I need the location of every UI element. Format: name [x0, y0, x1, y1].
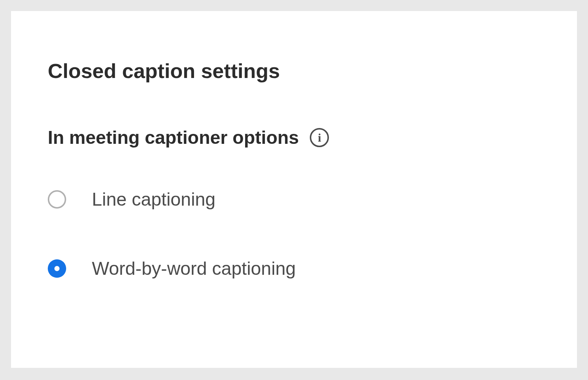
captioner-options-radio-group: Line captioning Word-by-word captioning: [48, 189, 540, 279]
radio-indicator-unchecked-icon: [48, 190, 66, 209]
captioner-options-heading-row: In meeting captioner options i: [48, 127, 540, 148]
settings-heading: Closed caption settings: [48, 59, 540, 83]
radio-label: Word-by-word captioning: [92, 258, 296, 279]
radio-indicator-checked-icon: [48, 259, 66, 278]
radio-label: Line captioning: [92, 189, 215, 210]
line-captioning-radio[interactable]: Line captioning: [48, 189, 540, 210]
info-icon[interactable]: i: [310, 128, 329, 147]
captioner-options-subheading: In meeting captioner options: [48, 127, 299, 148]
closed-caption-settings-panel: Closed caption settings In meeting capti…: [11, 11, 577, 368]
word-by-word-captioning-radio[interactable]: Word-by-word captioning: [48, 258, 540, 279]
